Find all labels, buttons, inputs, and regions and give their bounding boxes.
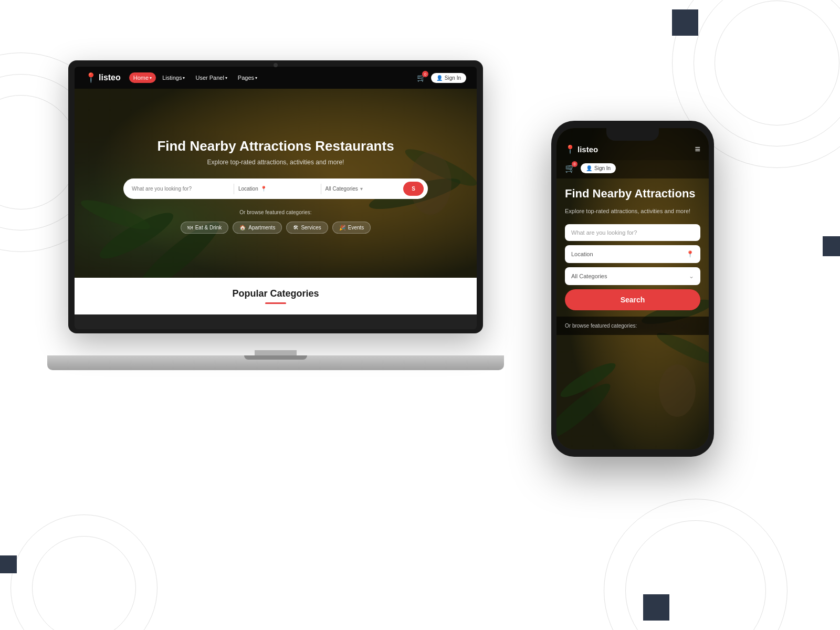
home-chevron-icon: ▾: [150, 76, 152, 80]
svg-point-15: [659, 364, 696, 417]
eat-drink-icon: 🍽: [187, 225, 193, 230]
laptop-cart-icon[interactable]: 🛒 0: [417, 74, 426, 82]
laptop-hero-title: Find Nearby Attractions Restaurants: [85, 138, 466, 154]
phone-hamburger-icon[interactable]: ≡: [695, 144, 700, 155]
laptop-cart-badge: 0: [422, 71, 428, 77]
decorative-circles-bottom-right: [604, 499, 788, 630]
nav-item-home[interactable]: Home ▾: [129, 72, 156, 83]
phone-notch: [606, 128, 659, 141]
events-icon: 🎉: [339, 225, 345, 230]
laptop-hero-content: Find Nearby Attractions Restaurants Expl…: [85, 138, 466, 234]
pages-chevron-icon: ▾: [255, 76, 257, 80]
chip-services[interactable]: 🛠 Services: [286, 222, 328, 234]
laptop-search-bar: Location 📍 All Categories ▾ S: [123, 178, 428, 199]
search-bar-divider: [234, 184, 234, 194]
nav-item-listings[interactable]: Listings ▾: [158, 72, 189, 83]
laptop-base: [47, 355, 504, 370]
popular-title-underline: [265, 302, 286, 304]
services-icon: 🛠: [293, 225, 298, 230]
laptop-popular-section: Popular Categories: [75, 278, 477, 314]
laptop-nav-links: Home ▾ Listings ▾ User Panel ▾ Pages ▾: [129, 72, 261, 83]
phone-logo: 📍 listeo: [565, 144, 598, 154]
user-panel-chevron-icon: ▾: [225, 76, 227, 80]
laptop-stand: [255, 350, 297, 355]
laptop-logo-text: listeo: [99, 73, 121, 82]
laptop-categories-select[interactable]: All Categories ▾: [326, 186, 404, 192]
laptop-nav-right: 🛒 0 👤 Sign In: [417, 73, 466, 83]
laptop-search-input[interactable]: [132, 186, 229, 192]
phone-cart-icon[interactable]: 🛒 0: [565, 163, 575, 173]
phone-categories-field[interactable]: All Categories ⌄: [565, 267, 700, 285]
search-bar-divider-2: [321, 184, 321, 194]
decorative-circles-bottom-left: [10, 514, 158, 630]
decorative-square-4: [643, 594, 669, 621]
categories-chevron-icon: ▾: [360, 186, 363, 192]
popular-categories-title: Popular Categories: [85, 288, 466, 299]
chip-apartments[interactable]: 🏠 Apartments: [233, 222, 282, 234]
phone-hero-section: Find Nearby Attractions Explore top-rate…: [556, 178, 709, 310]
laptop-search-button[interactable]: S: [403, 182, 424, 196]
phone-cart-badge: 0: [572, 161, 578, 167]
laptop-logo: 📍 listeo: [85, 72, 121, 83]
phone-logo-pin-icon: 📍: [565, 144, 575, 154]
phone-search-fields: What are you looking for? Location 📍 All…: [565, 224, 700, 310]
chip-events[interactable]: 🎉 Events: [332, 222, 371, 234]
phone-hero-title: Find Nearby Attractions: [565, 187, 700, 201]
phone-device: 📍 listeo ≡ 🛒 0 👤 Sign In: [551, 121, 714, 457]
laptop-camera: [274, 63, 278, 67]
phone-sign-in-button[interactable]: 👤 Sign In: [581, 163, 616, 173]
phone-sign-in-icon: 👤: [586, 165, 592, 171]
laptop-hero-subtitle: Explore top-rated attractions, activitie…: [85, 159, 466, 166]
phone-screen: 📍 listeo ≡ 🛒 0 👤 Sign In: [556, 128, 709, 449]
laptop-sign-in-button[interactable]: 👤 Sign In: [431, 73, 466, 83]
phone-browse-section: Or browse featured categories:: [556, 317, 709, 335]
laptop-device: 📍 listeo Home ▾ Listings ▾ User Panel ▾: [68, 60, 483, 370]
decorative-square-2: [823, 236, 840, 256]
laptop-screen-content: 📍 listeo Home ▾ Listings ▾ User Panel ▾: [75, 67, 477, 329]
chip-eat-drink[interactable]: 🍽 Eat & Drink: [181, 222, 229, 234]
phone-location-field[interactable]: Location 📍: [565, 245, 700, 263]
laptop-location-input[interactable]: Location 📍: [238, 186, 317, 192]
decorative-square-3: [0, 555, 17, 573]
laptop-category-chips: 🍽 Eat & Drink 🏠 Apartments 🛠 Services: [85, 222, 466, 234]
nav-item-pages[interactable]: Pages ▾: [234, 72, 261, 83]
logo-pin-icon: 📍: [85, 72, 97, 83]
nav-item-user-panel[interactable]: User Panel ▾: [191, 72, 231, 83]
phone-location-icon: 📍: [686, 250, 694, 258]
phone-categories-chevron-icon: ⌄: [689, 272, 694, 280]
laptop-screen-outer: 📍 listeo Home ▾ Listings ▾ User Panel ▾: [68, 60, 483, 333]
sign-in-icon: 👤: [436, 75, 443, 81]
laptop-navbar: 📍 listeo Home ▾ Listings ▾ User Panel ▾: [75, 67, 477, 89]
laptop-hero-section: Find Nearby Attractions Restaurants Expl…: [75, 89, 477, 278]
phone-content: 📍 listeo ≡ 🛒 0 👤 Sign In: [556, 128, 709, 449]
laptop-browse-text: Or browse featured categories:: [85, 209, 466, 215]
apartments-icon: 🏠: [239, 225, 246, 230]
location-pin-icon: 📍: [260, 186, 267, 192]
listings-chevron-icon: ▾: [183, 76, 185, 80]
phone-search-button[interactable]: Search: [565, 289, 700, 310]
phone-nav-row2: 🛒 0 👤 Sign In: [556, 160, 709, 178]
phone-outer-body: 📍 listeo ≡ 🛒 0 👤 Sign In: [551, 121, 714, 457]
phone-hero-subtitle: Explore top-rated attractions, activitie…: [565, 207, 700, 216]
phone-search-field[interactable]: What are you looking for?: [565, 224, 700, 241]
decorative-square-1: [672, 9, 698, 36]
